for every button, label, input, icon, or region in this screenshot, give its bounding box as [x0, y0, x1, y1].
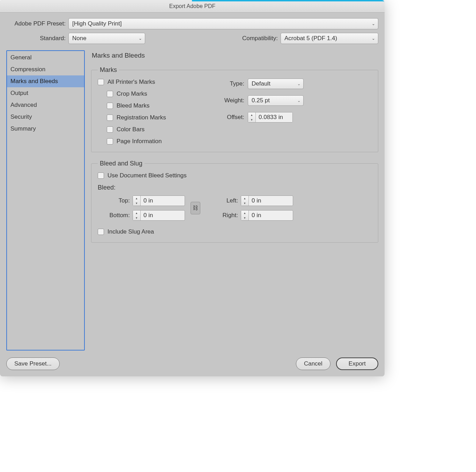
preset-value: [High Quality Print] — [72, 20, 122, 27]
type-select[interactable]: Default ⌄ — [248, 79, 304, 89]
weight-value: 0.25 pt — [252, 97, 270, 104]
standard-select[interactable]: None ⌄ — [68, 33, 145, 44]
panel-title: Marks and Bleeds — [91, 52, 378, 59]
standard-value: None — [72, 35, 87, 42]
bleed-right-label: Right: — [206, 212, 241, 219]
export-pdf-dialog: Export Adobe PDF Adobe PDF Preset: [High… — [0, 0, 385, 376]
save-preset-button[interactable]: Save Preset... — [6, 357, 60, 370]
use-doc-bleed-label: Use Document Bleed Settings — [107, 172, 187, 179]
all-marks-checkbox[interactable] — [98, 79, 104, 85]
chevron-down-icon: ⌄ — [297, 82, 300, 86]
preset-label: Adobe PDF Preset: — [6, 20, 68, 27]
crop-marks-checkbox[interactable] — [107, 91, 113, 97]
bleed-bottom-input[interactable]: ▴▾ 0 in — [133, 210, 185, 221]
chevron-down-icon: ⌄ — [372, 36, 375, 41]
bleed-left-input[interactable]: ▴▾ 0 in — [241, 196, 293, 206]
sidebar-item-summary[interactable]: Summary — [7, 123, 84, 135]
weight-select[interactable]: 0.25 pt ⌄ — [248, 95, 304, 106]
offset-label: Offset: — [220, 114, 248, 121]
preset-select[interactable]: [High Quality Print] ⌄ — [68, 18, 378, 29]
sidebar-item-advanced[interactable]: Advanced — [7, 99, 84, 111]
bleed-left-label: Left: — [206, 197, 241, 204]
bleed-left-value[interactable]: 0 in — [249, 196, 278, 206]
bleed-bottom-value[interactable]: 0 in — [141, 211, 170, 220]
registration-marks-label: Registration Marks — [117, 114, 166, 121]
bleed-left-stepper[interactable]: ▴▾ — [241, 196, 249, 206]
cancel-button[interactable]: Cancel — [296, 357, 330, 370]
bleed-right-input[interactable]: ▴▾ 0 in — [241, 210, 293, 221]
marks-group: Marks All Printer's Marks Crop Marks — [91, 66, 378, 152]
bleed-marks-checkbox[interactable] — [107, 103, 113, 109]
bleed-section-label: Bleed: — [98, 184, 372, 191]
link-icon: ⛓ — [193, 205, 198, 211]
include-slug-label: Include Slug Area — [107, 228, 154, 235]
use-doc-bleed-checkbox[interactable] — [98, 172, 104, 179]
sidebar-item-security[interactable]: Security — [7, 111, 84, 123]
bleed-top-stepper[interactable]: ▴▾ — [133, 196, 141, 206]
type-value: Default — [252, 80, 270, 87]
marks-legend: Marks — [98, 66, 119, 74]
compat-label: Compatibility: — [242, 35, 281, 42]
offset-value[interactable]: 0.0833 in — [256, 112, 292, 122]
chevron-down-icon: ⌄ — [139, 36, 142, 41]
offset-input[interactable]: ▴▾ 0.0833 in — [248, 112, 293, 123]
chevron-down-icon: ⌄ — [297, 98, 300, 103]
type-label: Type: — [220, 80, 248, 87]
bleed-bottom-label: Bottom: — [98, 212, 133, 219]
page-info-checkbox[interactable] — [107, 138, 113, 145]
sidebar-item-compression[interactable]: Compression — [7, 64, 84, 75]
bleed-top-value[interactable]: 0 in — [141, 196, 170, 206]
window-title: Export Adobe PDF — [169, 3, 216, 9]
bleed-legend: Bleed and Slug — [98, 160, 144, 167]
weight-label: Weight: — [220, 97, 248, 104]
compat-value: Acrobat 5 (PDF 1.4) — [284, 35, 337, 42]
bleed-top-label: Top: — [98, 197, 133, 204]
offset-stepper[interactable]: ▴▾ — [248, 112, 256, 122]
include-slug-checkbox[interactable] — [98, 229, 104, 235]
sidebar-item-output[interactable]: Output — [7, 87, 84, 99]
compat-select[interactable]: Acrobat 5 (PDF 1.4) ⌄ — [281, 33, 378, 44]
standard-label: Standard: — [6, 35, 68, 42]
sidebar-item-marks-bleeds[interactable]: Marks and Bleeds — [7, 75, 84, 87]
export-button[interactable]: Export — [336, 357, 378, 370]
bleed-right-value[interactable]: 0 in — [249, 211, 278, 220]
bleed-marks-label: Bleed Marks — [117, 102, 149, 109]
bleed-group: Bleed and Slug Use Document Bleed Settin… — [91, 160, 378, 243]
bleed-right-stepper[interactable]: ▴▾ — [241, 211, 249, 220]
category-sidebar: General Compression Marks and Bleeds Out… — [6, 50, 85, 351]
registration-marks-checkbox[interactable] — [107, 115, 113, 121]
sidebar-item-general[interactable]: General — [7, 52, 84, 64]
color-bars-label: Color Bars — [117, 126, 144, 133]
bleed-bottom-stepper[interactable]: ▴▾ — [133, 211, 141, 220]
page-info-label: Page Information — [117, 138, 162, 145]
chevron-down-icon: ⌄ — [372, 21, 375, 26]
color-bars-checkbox[interactable] — [107, 126, 113, 133]
titlebar: Export Adobe PDF — [0, 0, 385, 13]
crop-marks-label: Crop Marks — [117, 90, 147, 97]
bleed-top-input[interactable]: ▴▾ 0 in — [133, 196, 185, 206]
link-bleed-button[interactable]: ⛓ — [191, 202, 200, 214]
all-marks-label: All Printer's Marks — [107, 79, 155, 86]
titlebar-accent — [192, 0, 385, 1]
